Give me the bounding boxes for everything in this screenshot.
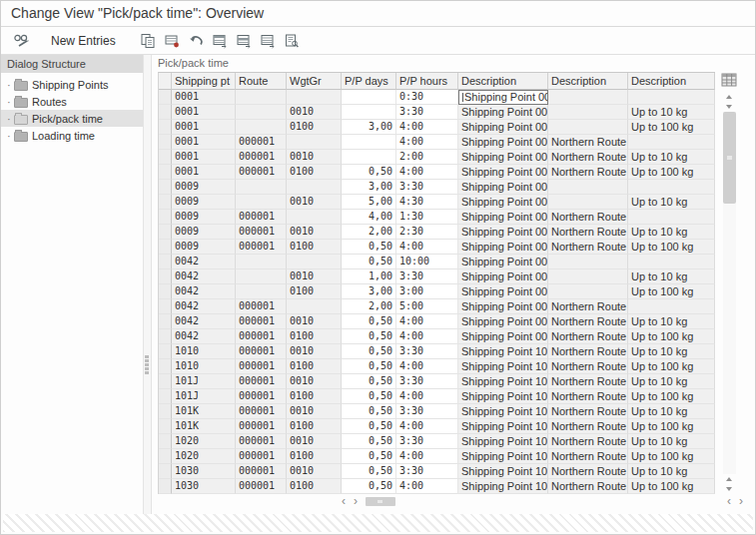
cell-shipping-pt[interactable]: 0009 xyxy=(172,195,236,210)
cell-pp-days[interactable]: 2,00 xyxy=(342,299,396,314)
cell-route[interactable]: 000001 xyxy=(236,314,287,329)
cell-wgtgr[interactable]: 0100 xyxy=(287,359,342,374)
cell-pp-days[interactable]: 2,00 xyxy=(342,225,396,240)
delete-entry-icon[interactable] xyxy=(161,31,183,51)
cell-pp-days[interactable]: 0,50 xyxy=(342,240,396,255)
cell-pp-hours[interactable]: 3:30 xyxy=(396,464,458,479)
cell-shipping-pt[interactable]: 0009 xyxy=(172,225,236,240)
outer-scroll-right-icon[interactable]: › xyxy=(735,495,747,507)
column-header-7[interactable]: Description xyxy=(548,73,628,90)
cell-wgtgr[interactable] xyxy=(287,90,342,105)
outer-scroll-left-icon[interactable]: ‹ xyxy=(723,495,735,507)
column-header-8[interactable]: Description xyxy=(628,73,715,90)
cell-route[interactable]: 000001 xyxy=(236,299,287,314)
select-all-icon[interactable] xyxy=(209,31,231,51)
row-selector[interactable] xyxy=(159,269,172,284)
sidebar-item-pick-pack-time[interactable]: ·Pick/pack time xyxy=(1,110,143,127)
cell-pp-hours[interactable]: 4:00 xyxy=(396,359,458,374)
cell-route[interactable]: 000001 xyxy=(236,389,287,404)
row-selector[interactable] xyxy=(159,150,172,165)
cell-pp-hours[interactable]: 4:00 xyxy=(396,314,458,329)
cell-route[interactable] xyxy=(236,90,287,105)
cell-shipping-pt[interactable]: 0001 xyxy=(172,120,236,135)
cell-shipping-pt[interactable]: 0042 xyxy=(172,255,236,269)
cell-shipping-pt[interactable]: 1030 xyxy=(172,464,236,479)
cell-route[interactable]: 000001 xyxy=(236,225,287,240)
cell-pp-hours[interactable]: 3:30 xyxy=(396,374,458,389)
cell-pp-hours[interactable]: 4:30 xyxy=(396,195,458,210)
cell-pp-hours[interactable]: 2:00 xyxy=(396,150,458,165)
cell-route[interactable]: 000001 xyxy=(236,449,287,464)
row-selector[interactable] xyxy=(159,329,172,344)
cell-pp-days[interactable] xyxy=(342,135,396,150)
cell-pp-days[interactable]: 0,50 xyxy=(342,165,396,180)
change-display-icon[interactable] xyxy=(10,31,32,51)
cell-pp-days[interactable]: 0,50 xyxy=(342,479,396,494)
cell-route[interactable] xyxy=(236,180,287,195)
cell-pp-hours[interactable]: 4:00 xyxy=(396,135,458,150)
cell-pp-hours[interactable]: 3:00 xyxy=(396,284,458,299)
row-selector[interactable] xyxy=(159,240,172,255)
scroll-up-bottom-icon[interactable] xyxy=(726,477,732,481)
cell-shipping-pt[interactable]: 1010 xyxy=(172,359,236,374)
cell-pp-hours[interactable]: 4:00 xyxy=(396,449,458,464)
cell-shipping-pt[interactable]: 1030 xyxy=(172,479,236,494)
cell-route[interactable]: 000001 xyxy=(236,135,287,150)
copy-as-icon[interactable] xyxy=(137,31,159,51)
cell-wgtgr[interactable]: 0010 xyxy=(287,105,342,120)
cell-route[interactable]: 000001 xyxy=(236,419,287,434)
cell-pp-days[interactable] xyxy=(342,90,396,105)
row-selector[interactable] xyxy=(159,120,172,135)
cell-shipping-pt[interactable]: 0001 xyxy=(172,90,236,105)
cell-pp-hours[interactable]: 3:30 xyxy=(396,105,458,120)
cell-shipping-pt[interactable]: 1010 xyxy=(172,344,236,359)
column-header-2[interactable]: Route xyxy=(236,73,287,90)
cell-wgtgr[interactable]: 0010 xyxy=(287,225,342,240)
row-selector[interactable] xyxy=(159,165,172,180)
cell-pp-days[interactable]: 3,00 xyxy=(342,120,396,135)
select-block-icon[interactable] xyxy=(233,31,255,51)
cell-pp-hours[interactable]: 4:00 xyxy=(396,329,458,344)
cell-pp-hours[interactable]: 0:30 xyxy=(396,90,458,105)
cell-shipping-pt[interactable]: 101K xyxy=(172,404,236,419)
cell-wgtgr[interactable]: 0100 xyxy=(287,240,342,255)
column-header-6[interactable]: Description xyxy=(458,73,548,90)
row-selector[interactable] xyxy=(159,389,172,404)
cell-route[interactable] xyxy=(236,120,287,135)
row-selector[interactable] xyxy=(159,419,172,434)
row-selector[interactable] xyxy=(159,374,172,389)
scroll-down-icon[interactable] xyxy=(726,105,732,109)
row-selector[interactable] xyxy=(159,90,172,105)
horizontal-scrollbar-thumb[interactable] xyxy=(366,497,395,506)
cell-wgtgr[interactable]: 0100 xyxy=(287,389,342,404)
row-selector[interactable] xyxy=(159,449,172,464)
cell-pp-days[interactable]: 0,50 xyxy=(342,449,396,464)
row-selector[interactable] xyxy=(159,284,172,299)
cell-pp-hours[interactable]: 3:30 xyxy=(396,404,458,419)
row-selector[interactable] xyxy=(159,344,172,359)
cell-route[interactable] xyxy=(236,105,287,120)
cell-shipping-pt[interactable]: 0001 xyxy=(172,105,236,120)
cell-route[interactable] xyxy=(236,255,287,269)
cell-route[interactable]: 000001 xyxy=(236,374,287,389)
cell-shipping-pt[interactable]: 0042 xyxy=(172,329,236,344)
row-selector[interactable] xyxy=(159,180,172,195)
new-entries-button[interactable]: New Entries xyxy=(41,32,126,50)
cell-wgtgr[interactable]: 0010 xyxy=(287,374,342,389)
cell-pp-days[interactable]: 1,00 xyxy=(342,269,396,284)
row-selector[interactable] xyxy=(159,434,172,449)
row-selector[interactable] xyxy=(159,105,172,120)
cell-wgtgr[interactable] xyxy=(287,255,342,269)
cell-shipping-pt[interactable]: 101K xyxy=(172,419,236,434)
cell-shipping-pt[interactable]: 1020 xyxy=(172,449,236,464)
cell-shipping-pt[interactable]: 0042 xyxy=(172,299,236,314)
row-selector[interactable] xyxy=(159,225,172,240)
cell-pp-days[interactable]: 0,50 xyxy=(342,404,396,419)
cell-route[interactable]: 000001 xyxy=(236,210,287,225)
row-selector[interactable] xyxy=(159,479,172,494)
cell-wgtgr[interactable]: 0100 xyxy=(287,419,342,434)
sidebar-item-shipping-points[interactable]: ·Shipping Points xyxy=(1,76,143,93)
scroll-left-icon[interactable]: ‹ xyxy=(338,495,350,507)
cell-wgtgr[interactable] xyxy=(287,135,342,150)
cell-route[interactable]: 000001 xyxy=(236,464,287,479)
